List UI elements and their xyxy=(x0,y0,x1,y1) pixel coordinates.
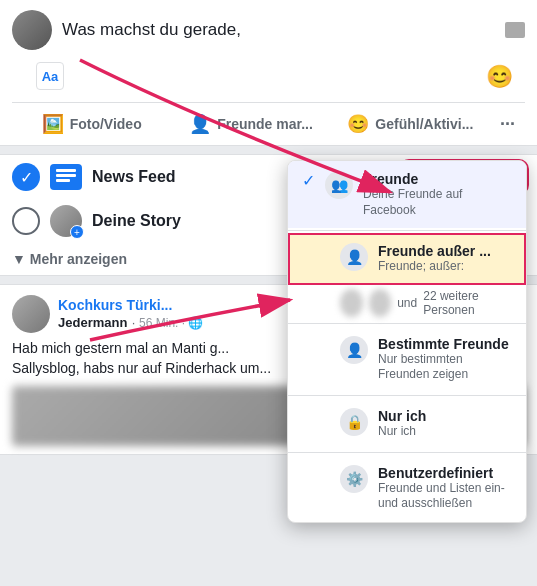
gefuehl-button[interactable]: 😊 Gefühl/Aktivi... xyxy=(331,107,490,141)
dropdown-item-bestimmte-freunde[interactable]: 👤 Bestimmte Freunde Nur bestimmten Freun… xyxy=(288,326,526,393)
selected-check-icon: ✓ xyxy=(302,171,315,190)
post-area: Was machst du gerade, Aa 😊 🖼️ Foto/Video… xyxy=(0,0,537,146)
newsfeed-icon-box xyxy=(50,164,82,190)
text-format-icon[interactable]: Aa xyxy=(36,62,64,90)
foto-video-button[interactable]: 🖼️ Foto/Video xyxy=(12,107,171,141)
dropdown-item-freunde-ausser[interactable]: 👤 Freunde außer ... Freunde; außer: xyxy=(288,233,526,285)
further-count: 22 weitere Personen xyxy=(423,289,512,317)
freunde-markieren-icon: 👤 xyxy=(189,113,211,135)
benutzerdefiniert-icon: ⚙️ xyxy=(340,465,368,493)
freunde-ausser-title: Freunde außer ... xyxy=(378,243,512,259)
user-avatar xyxy=(12,10,52,50)
privacy-dropdown: ✓ 👥 Freunde Deine Freunde auf Facebook 👤… xyxy=(287,160,527,523)
freunde-ausser-sub: Freunde; außer: xyxy=(378,259,512,275)
separator: · xyxy=(132,315,139,330)
blurred-avatar-1 xyxy=(340,289,363,317)
post-input-row: Was machst du gerade, xyxy=(12,10,525,58)
feed-post-user[interactable]: Jedermann xyxy=(58,315,127,330)
svg-rect-0 xyxy=(56,169,76,172)
blurred-avatar-2 xyxy=(369,289,392,317)
divider-3 xyxy=(288,395,526,396)
svg-rect-2 xyxy=(56,179,70,182)
foto-video-label: Foto/Video xyxy=(70,116,142,132)
dropdown-item-nur-ich[interactable]: 🔒 Nur ich Nur ich xyxy=(288,398,526,450)
bestimmte-freunde-sub: Nur bestimmten Freunden zeigen xyxy=(378,352,512,383)
blurred-avatars-row: und 22 weitere Personen xyxy=(288,285,526,321)
post-actions: 🖼️ Foto/Video 👤 Freunde mar... 😊 Gefühl/… xyxy=(12,102,525,145)
feed-post-time: 56 Min. · 🌐 xyxy=(139,316,203,330)
freunde-option-sub: Deine Freunde auf Facebook xyxy=(363,187,512,218)
freunde-ausser-icon: 👤 xyxy=(340,243,368,271)
benutzerdefiniert-title: Benutzerdefiniert xyxy=(378,465,512,481)
nur-ich-title: Nur ich xyxy=(378,408,512,424)
gefuehl-icon: 😊 xyxy=(347,113,369,135)
bestimmte-freunde-text: Bestimmte Freunde Nur bestimmten Freunde… xyxy=(378,336,512,383)
story-check-circle xyxy=(12,207,40,235)
show-more-button[interactable]: ▼ Mehr anzeigen xyxy=(12,251,127,267)
freunde-option-title: Freunde xyxy=(363,171,512,187)
dropdown-item-freunde[interactable]: ✓ 👥 Freunde Deine Freunde auf Facebook xyxy=(288,161,526,228)
divider-1 xyxy=(288,230,526,231)
feed-post-avatar xyxy=(12,295,50,333)
benutzerdefiniert-sub: Freunde und Listen ein- und ausschließen xyxy=(378,481,512,512)
svg-rect-1 xyxy=(56,174,76,177)
bestimmte-freunde-icon: 👤 xyxy=(340,336,368,364)
freunde-ausser-text: Freunde außer ... Freunde; außer: xyxy=(378,243,512,275)
benutzerdefiniert-text: Benutzerdefiniert Freunde und Listen ein… xyxy=(378,465,512,512)
divider-2 xyxy=(288,323,526,324)
freunde-option-text: Freunde Deine Freunde auf Facebook xyxy=(363,171,512,218)
nur-ich-icon: 🔒 xyxy=(340,408,368,436)
story-add-icon: + xyxy=(70,225,84,239)
post-privacy-square xyxy=(505,22,525,38)
foto-video-icon: 🖼️ xyxy=(42,113,64,135)
freunde-markieren-button[interactable]: 👤 Freunde mar... xyxy=(171,107,330,141)
post-placeholder-text[interactable]: Was machst du gerade, xyxy=(62,20,495,40)
nur-ich-sub: Nur ich xyxy=(378,424,512,440)
nur-ich-text: Nur ich Nur ich xyxy=(378,408,512,440)
gefuehl-label: Gefühl/Aktivi... xyxy=(375,116,473,132)
check-icon: ✓ xyxy=(12,163,40,191)
story-avatar: + xyxy=(50,205,82,237)
freunde-markieren-label: Freunde mar... xyxy=(217,116,313,132)
bestimmte-freunde-title: Bestimmte Freunde xyxy=(378,336,512,352)
blurred-count: und xyxy=(397,296,417,310)
emoji-icon[interactable]: 😊 xyxy=(486,64,513,90)
freunde-option-icon: 👥 xyxy=(325,171,353,199)
more-actions-button[interactable]: ··· xyxy=(490,107,525,141)
divider-4 xyxy=(288,452,526,453)
dropdown-item-benutzerdefiniert[interactable]: ⚙️ Benutzerdefiniert Freunde und Listen … xyxy=(288,455,526,522)
